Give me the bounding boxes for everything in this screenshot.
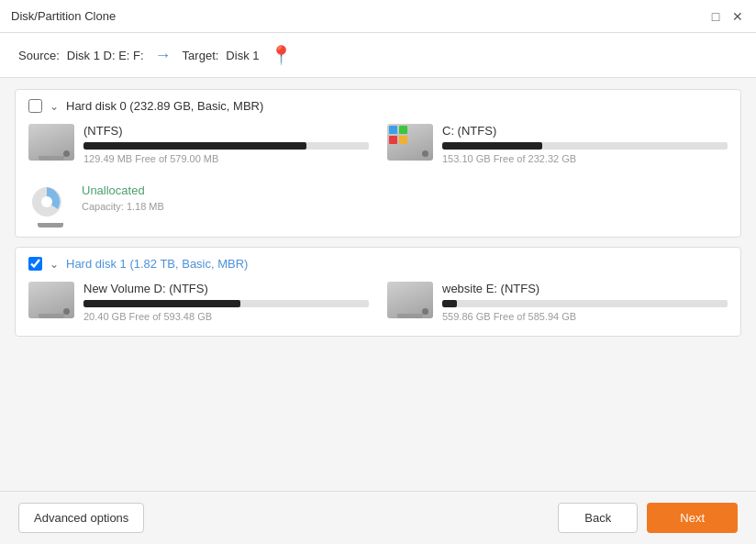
partition-name: C: (NTFS) xyxy=(442,124,728,138)
header-bar: Source: Disk 1 D: E: F: → Target: Disk 1… xyxy=(0,33,756,78)
disk-header-0: ⌄ Hard disk 0 (232.89 GB, Basic, MBR) xyxy=(28,99,728,113)
main-content: ⌄ Hard disk 0 (232.89 GB, Basic, MBR) (N… xyxy=(0,78,756,491)
partition-name: website E: (NTFS) xyxy=(442,282,728,295)
partition-name: New Volume D: (NTFS) xyxy=(83,282,369,295)
disk-0-title: Hard disk 0 (232.89 GB, Basic, MBR) xyxy=(66,99,263,113)
source-value: Disk 1 D: E: F: xyxy=(67,49,144,62)
unallocated-capacity: Capacity: 1.18 MB xyxy=(82,201,164,212)
partition-hdd-icon xyxy=(28,124,74,165)
location-pin-icon: 📍 xyxy=(270,44,293,66)
partition-info: (NTFS) 129.49 MB Free of 579.00 MB xyxy=(83,124,369,164)
disk-1-partitions: New Volume D: (NTFS) 20.40 GB Free of 59… xyxy=(28,282,728,323)
window-title: Disk/Partition Clone xyxy=(11,9,116,23)
next-button[interactable]: Next xyxy=(647,503,738,533)
partition-windows-icon xyxy=(387,124,433,165)
partition-hdd-icon xyxy=(28,282,74,323)
title-bar: Disk/Partition Clone □ ✕ xyxy=(0,0,756,33)
progress-bar-bg xyxy=(83,142,369,150)
progress-bar-bg xyxy=(442,142,728,150)
partition-info: website E: (NTFS) 559.86 GB Free of 585.… xyxy=(442,282,728,322)
title-bar-controls: □ ✕ xyxy=(708,9,745,24)
target-label: Target: xyxy=(183,49,219,62)
partition-info: New Volume D: (NTFS) 20.40 GB Free of 59… xyxy=(83,282,369,322)
svg-point-1 xyxy=(41,196,52,207)
disk-0-chevron[interactable]: ⌄ xyxy=(50,100,59,113)
progress-bar-fill xyxy=(442,142,542,150)
source-label: Source: xyxy=(18,49,60,62)
partition-free: 129.49 MB Free of 579.00 MB xyxy=(83,153,369,164)
partition-free: 559.86 GB Free of 585.94 GB xyxy=(442,311,728,322)
footer: Advanced options Back Next xyxy=(0,491,756,544)
advanced-options-button[interactable]: Advanced options xyxy=(18,503,144,533)
back-button[interactable]: Back xyxy=(558,503,638,533)
disk-1-chevron[interactable]: ⌄ xyxy=(50,258,59,271)
disk-1-title: Hard disk 1 (1.82 TB, Basic, MBR) xyxy=(66,257,248,271)
unallocated-item: Unallocated Capacity: 1.18 MB xyxy=(28,180,369,224)
disk-0-checkbox[interactable] xyxy=(28,99,42,113)
partition-hdd-icon xyxy=(387,282,433,323)
disk-section-1: ⌄ Hard disk 1 (1.82 TB, Basic, MBR) New … xyxy=(15,247,741,337)
unallocated-info: Unallocated Capacity: 1.18 MB xyxy=(82,183,164,212)
maximize-button[interactable]: □ xyxy=(708,9,723,24)
partition-item: C: (NTFS) 153.10 GB Free of 232.32 GB xyxy=(387,124,728,165)
progress-bar-fill xyxy=(83,142,306,150)
disk-1-checkbox[interactable] xyxy=(28,257,42,271)
progress-bar-bg xyxy=(442,300,728,307)
partition-item: (NTFS) 129.49 MB Free of 579.00 MB xyxy=(28,124,369,165)
progress-bar-fill xyxy=(442,300,457,307)
disk-section-0: ⌄ Hard disk 0 (232.89 GB, Basic, MBR) (N… xyxy=(15,89,741,238)
footer-right-buttons: Back Next xyxy=(558,503,738,533)
partition-name: (NTFS) xyxy=(83,124,369,138)
pie-chart-icon xyxy=(28,183,72,224)
close-button[interactable]: ✕ xyxy=(730,9,745,24)
target-value: Disk 1 xyxy=(226,49,259,62)
disk-header-1: ⌄ Hard disk 1 (1.82 TB, Basic, MBR) xyxy=(28,257,728,271)
partition-info: C: (NTFS) 153.10 GB Free of 232.32 GB xyxy=(442,124,728,164)
partition-item: New Volume D: (NTFS) 20.40 GB Free of 59… xyxy=(28,282,369,323)
partition-free: 20.40 GB Free of 593.48 GB xyxy=(83,311,369,322)
disk-0-partitions: (NTFS) 129.49 MB Free of 579.00 MB xyxy=(28,124,728,224)
progress-bar-fill xyxy=(83,300,240,307)
partition-item: website E: (NTFS) 559.86 GB Free of 585.… xyxy=(387,282,728,323)
partition-free: 153.10 GB Free of 232.32 GB xyxy=(442,153,728,164)
unallocated-name: Unallocated xyxy=(82,183,164,197)
progress-bar-bg xyxy=(83,300,369,307)
arrow-icon: → xyxy=(155,46,172,65)
